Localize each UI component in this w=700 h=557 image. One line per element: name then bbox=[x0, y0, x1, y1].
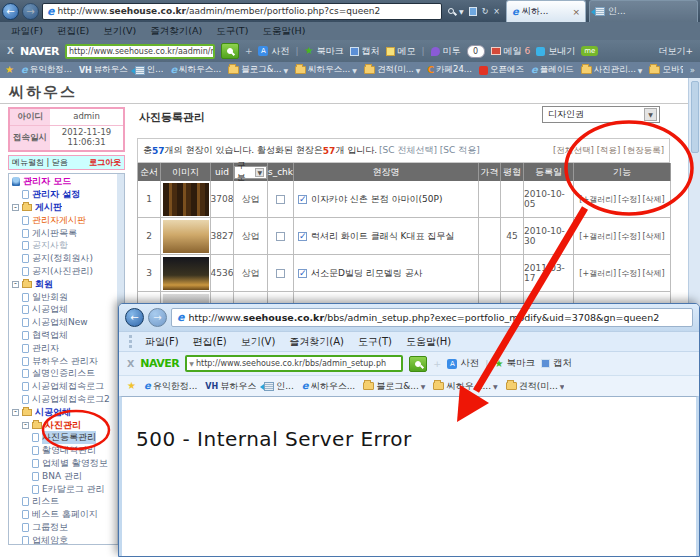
bookmark-item[interactable]: 오픈에즈 bbox=[479, 64, 524, 76]
favorites-star-icon[interactable]: ★ bbox=[127, 381, 136, 391]
bookmark-folder[interactable]: 견적(미...▼ bbox=[506, 380, 565, 393]
edit-link[interactable]: [수정] bbox=[618, 231, 640, 242]
list-action-link[interactable]: [현장등록] bbox=[623, 145, 664, 157]
menu-item[interactable]: 파일(F) bbox=[138, 335, 186, 349]
sc-links[interactable]: [SC 전체선택] [SC 적용] bbox=[379, 144, 480, 157]
site-photo[interactable] bbox=[163, 257, 209, 290]
sidebar-item[interactable]: 일반회원 bbox=[9, 291, 116, 304]
sidebar-item[interactable]: 협력업체 bbox=[9, 329, 116, 342]
favorites-star-icon[interactable]: ★ bbox=[5, 65, 14, 75]
sidebar-item[interactable]: 관리자 모드 bbox=[9, 176, 116, 189]
bookmark-folder[interactable]: 씨하우스...▼ bbox=[295, 64, 357, 76]
design-right-select[interactable]: 디자인권 ▼ bbox=[542, 106, 660, 123]
column-header-3[interactable]: 구분▼ bbox=[234, 163, 268, 181]
compatibility-icon[interactable] bbox=[469, 7, 477, 16]
menu-fold-links[interactable]: 메뉴펼침 | 닫음 bbox=[12, 157, 68, 168]
toolbar-close-button[interactable]: X bbox=[127, 358, 134, 369]
memo-button[interactable]: 메모 bbox=[386, 45, 416, 58]
edit-link[interactable]: [수정] bbox=[618, 194, 640, 205]
bookmark-item[interactable]: VH뷰하우스 bbox=[79, 64, 128, 76]
menu-item[interactable]: 보기(V) bbox=[234, 335, 283, 349]
active-checkbox[interactable] bbox=[298, 269, 307, 278]
back-button[interactable]: ← bbox=[2, 3, 19, 20]
bookmarks-overflow[interactable]: » bbox=[690, 65, 695, 75]
bookmark-folder[interactable]: 씨하우스...▼ bbox=[433, 380, 497, 393]
menu-item[interactable]: 즐겨찾기(A) bbox=[282, 335, 351, 349]
bookmark-item[interactable]: e플레이드 bbox=[531, 64, 574, 76]
naver-logo[interactable]: NAVER bbox=[140, 357, 179, 370]
sidebar-item[interactable]: 시공업체 bbox=[9, 304, 116, 317]
bookmark-item[interactable]: e씨하우스... bbox=[170, 64, 221, 76]
delete-link[interactable]: [삭제] bbox=[642, 268, 664, 279]
dictionary-button[interactable]: A사전 bbox=[258, 45, 289, 58]
menu-item[interactable]: 도구(T) bbox=[351, 335, 399, 349]
bookmark-item[interactable]: VH뷰하우스 bbox=[205, 380, 256, 393]
tab-close-icon[interactable]: × bbox=[572, 7, 580, 17]
sidebar-item[interactable]: 공지(사진관리) bbox=[9, 265, 116, 278]
tab-seehouse[interactable]: e 씨하... × bbox=[506, 0, 586, 22]
active-checkbox[interactable] bbox=[298, 195, 307, 204]
bookmark-item[interactable]: e유익한정... bbox=[21, 64, 72, 76]
refresh-icon[interactable]: ↻ bbox=[482, 7, 489, 16]
sidebar-item[interactable]: -게시판 bbox=[9, 201, 116, 214]
menu-item[interactable]: 즐겨찾기(A) bbox=[143, 25, 209, 38]
send-button[interactable]: 보내기 bbox=[536, 45, 575, 58]
bookmark-folder[interactable]: 블로그&...▼ bbox=[363, 380, 425, 393]
url-field[interactable]: e http://www.seehouse.co.kr/bbs/admin_se… bbox=[171, 308, 693, 327]
bookmark-item[interactable]: e씨하우스... bbox=[302, 380, 355, 393]
toolbar-close-button[interactable]: X bbox=[7, 46, 14, 56]
bookmark-folder[interactable]: 블로그&...▼ bbox=[228, 64, 288, 76]
sidebar-item[interactable]: BNA 관리 bbox=[9, 470, 116, 483]
naver-logo[interactable]: NAVER bbox=[20, 45, 59, 58]
bookmark-item[interactable]: e유익한정... bbox=[144, 380, 197, 393]
sidebar-item[interactable]: 시공업체New bbox=[9, 316, 116, 329]
list-action-link[interactable]: [적용] bbox=[597, 145, 621, 157]
search-dropdown-icon[interactable]: ▼ bbox=[459, 8, 464, 15]
bookmark-item[interactable]: 인... bbox=[135, 64, 164, 76]
tab-in[interactable]: 인... bbox=[589, 0, 698, 22]
expand-icon[interactable]: - bbox=[12, 204, 19, 211]
gallery-link[interactable]: [+갤러리] bbox=[579, 231, 616, 242]
bookmark-button[interactable]: ★북마크 bbox=[305, 45, 344, 58]
sidebar-item[interactable]: 공지(정회원사) bbox=[9, 252, 116, 265]
dictionary-button[interactable]: A사전 bbox=[447, 357, 479, 370]
menu-item[interactable]: 도구(T) bbox=[209, 25, 255, 38]
bookmark-button[interactable]: ★북마크 bbox=[494, 357, 534, 370]
sidebar-item[interactable]: 업체별 촬영정보 bbox=[9, 457, 116, 470]
sidebar-item[interactable]: 시공업체접속로그 bbox=[9, 380, 116, 393]
schk-checkbox[interactable] bbox=[276, 195, 285, 204]
category-filter-select[interactable]: 구분▼ bbox=[234, 166, 267, 179]
sidebar-item[interactable]: -사진관리 bbox=[9, 419, 116, 432]
expand-icon[interactable]: - bbox=[12, 281, 19, 288]
list-action-link[interactable]: [전체선택] bbox=[553, 145, 594, 157]
stop-icon[interactable]: × bbox=[493, 7, 500, 16]
sidebar-item[interactable]: -시공업체 bbox=[9, 406, 116, 419]
sidebar-item[interactable]: E카달로그 관리 bbox=[9, 483, 116, 496]
menu-item[interactable]: 보기(V) bbox=[96, 25, 143, 38]
naver-search-button[interactable] bbox=[409, 356, 427, 372]
site-name[interactable]: 서소문D빌딩 리모델링 공사 bbox=[311, 267, 423, 280]
menu-item[interactable]: 도움말(H) bbox=[399, 335, 458, 349]
gallery-link[interactable]: [+갤러리] bbox=[579, 268, 616, 279]
url-field[interactable]: e http://www.seehouse.co.kr/aadmin/membe… bbox=[42, 3, 442, 20]
me-badge[interactable]: me bbox=[581, 46, 598, 56]
bookmark-folder[interactable]: 모바일▼ bbox=[649, 64, 682, 76]
mail-button[interactable]: 메일6 bbox=[491, 45, 531, 58]
menu-item[interactable]: 편집(E) bbox=[186, 335, 234, 349]
me2day-count[interactable]: 0 bbox=[467, 45, 485, 58]
bookmark-item[interactable]: C카페24... bbox=[427, 64, 472, 76]
sidebar-item[interactable]: 시공업체접속로그2 bbox=[9, 393, 116, 406]
menu-item[interactable]: 편집(E) bbox=[50, 25, 96, 38]
sidebar-item[interactable]: 뷰하우스 관리자 bbox=[9, 355, 116, 368]
sidebar-item[interactable]: 관리자 bbox=[9, 342, 116, 355]
naver-search-field[interactable]: ▼ http://www.seehouse.co.kr/bbs/admin_se… bbox=[185, 355, 403, 372]
page-scrollbar-thumb[interactable] bbox=[691, 81, 699, 153]
sidebar-item[interactable]: 관리자게시판 bbox=[9, 214, 116, 227]
me2day-button[interactable]: 미투 bbox=[431, 45, 461, 58]
back-button[interactable]: ← bbox=[125, 308, 144, 327]
sidebar-item[interactable]: 사진등록관리 bbox=[9, 431, 116, 444]
naver-search-button[interactable] bbox=[221, 43, 239, 59]
search-icon[interactable] bbox=[448, 8, 454, 14]
gallery-link[interactable]: [+갤러리] bbox=[579, 194, 616, 205]
expand-icon[interactable]: - bbox=[22, 422, 29, 429]
